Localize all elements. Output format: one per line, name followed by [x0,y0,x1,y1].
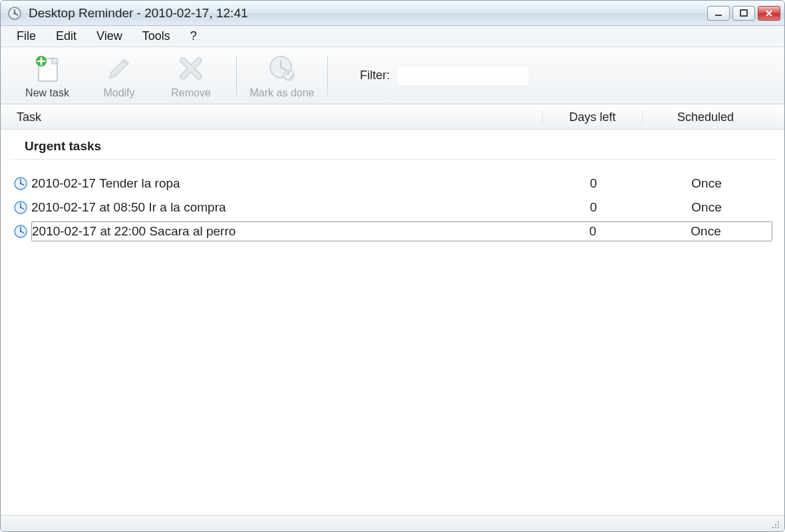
menu-tools[interactable]: Tools [142,29,170,43]
toolbar-separator [236,57,237,95]
new-task-icon [32,50,63,87]
column-scheduled[interactable]: Scheduled [642,110,768,124]
menu-view[interactable]: View [96,29,122,43]
task-text: 2010-02-17 Tender la ropa [31,176,544,191]
task-days-left: 0 [543,224,643,239]
svg-rect-3 [740,10,747,16]
app-icon [7,6,22,21]
remove-label: Remove [171,87,211,99]
svg-point-1 [14,12,16,14]
toolbar: New task Modify Remove [1,47,784,104]
column-header-row: Task Days left Scheduled [1,104,784,130]
svg-point-11 [20,207,22,209]
mark-done-button: Mark as done [249,50,315,102]
status-bar [1,515,784,531]
filter-input[interactable] [396,66,530,86]
toolbar-separator-2 [327,57,328,95]
menu-file[interactable]: File [17,29,36,43]
remove-button: Remove [158,50,224,102]
window-title: Desktop Reminder - 2010-02-17, 12:41 [29,6,707,21]
clock-icon [13,176,29,192]
task-scheduled: Once [643,176,770,191]
resize-grip-icon[interactable] [770,519,780,529]
task-row[interactable]: 2010-02-17 Tender la ropa0Once [10,172,775,196]
task-text: 2010-02-17 at 08:50 Ir a la compra [31,200,544,215]
task-text: 2010-02-17 at 22:00 Sacara al perro [32,224,543,239]
maximize-button[interactable] [732,6,755,21]
task-row[interactable]: 2010-02-17 at 08:50 Ir a la compra0Once [10,196,775,219]
title-bar: Desktop Reminder - 2010-02-17, 12:41 [1,1,784,26]
column-task[interactable]: Task [17,110,542,124]
clock-check-icon [267,50,297,87]
pencil-icon [106,50,132,87]
filter-group: Filter: [360,66,530,86]
task-days-left: 0 [544,176,643,191]
task-days-left: 0 [544,200,643,215]
new-task-button[interactable]: New task [14,50,80,102]
x-icon [178,50,204,87]
svg-point-13 [20,231,22,233]
clock-icon [13,223,29,239]
svg-rect-2 [715,15,722,16]
new-task-label: New task [25,87,69,99]
modify-label: Modify [103,87,134,99]
minimize-button[interactable] [707,6,730,21]
filter-label: Filter: [360,68,390,82]
task-list: Urgent tasks 2010-02-17 Tender la ropa0O… [1,130,784,515]
column-days-left[interactable]: Days left [542,110,642,124]
clock-icon [13,200,29,215]
svg-point-9 [20,183,22,185]
task-scheduled: Once [643,224,769,239]
task-row[interactable]: 2010-02-17 at 22:00 Sacara al perro0Once [10,219,775,243]
close-button[interactable] [758,6,780,21]
menu-edit[interactable]: Edit [56,29,77,43]
menu-help[interactable]: ? [190,29,197,43]
modify-button: Modify [86,50,152,102]
menu-bar: File Edit View Tools ? [1,26,784,47]
group-title: Urgent tasks [10,135,775,160]
mark-done-label: Mark as done [250,87,315,99]
window-controls [707,6,780,21]
task-scheduled: Once [643,200,770,215]
application-window: Desktop Reminder - 2010-02-17, 12:41 Fil… [0,0,785,532]
